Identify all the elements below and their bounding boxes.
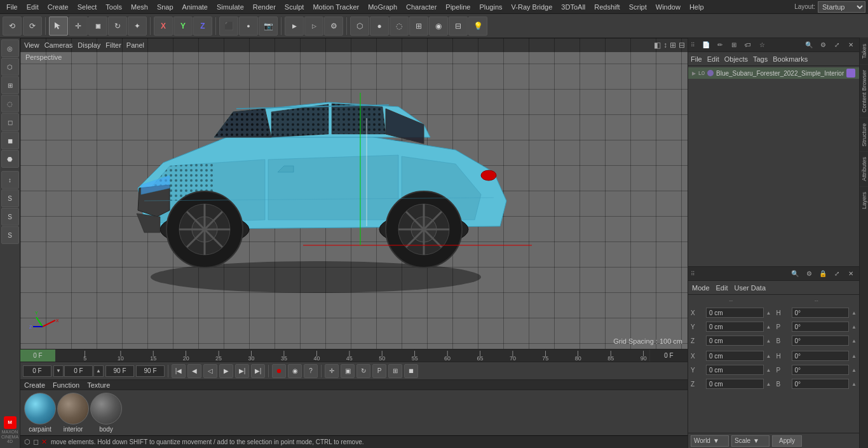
render-settings[interactable]: ⚙ [324,17,343,36]
left-tool-1[interactable]: ◎ [1,39,19,57]
left-tool-9[interactable]: S [1,189,19,207]
viewport-menu-display[interactable]: Display [78,41,100,49]
timeline-start-marker[interactable]: 0 F [20,350,55,362]
redo-button[interactable]: ⟳ [23,17,42,36]
go-to-end-btn[interactable]: ▶| [251,364,265,378]
record-btn[interactable]: ⏺ [272,364,286,378]
menu-window[interactable]: Window [652,2,684,12]
move-tool-pb[interactable]: ✛ [325,364,339,378]
attr-menu-edit[interactable]: Edit [716,284,728,292]
keyframe-btn[interactable]: ◉ [288,364,302,378]
attr-h-arr-up[interactable]: ▲ [851,310,857,316]
scale-dropdown[interactable]: Scale ▼ [731,435,770,447]
far-tab-attributes[interactable]: Attributes [860,151,868,186]
frame-step-down[interactable]: ▼ [53,365,64,377]
far-tab-takes[interactable]: Takes [860,38,868,64]
attr-search-icon[interactable]: 🔍 [789,268,801,280]
attr-menu-mode[interactable]: Mode [692,284,710,292]
far-tab-layers[interactable]: Layers [860,186,868,214]
view-sphere-btn[interactable]: ● [370,17,389,36]
left-tool-11[interactable]: S [1,226,19,244]
viewport-menu-view[interactable]: View [24,41,39,49]
attr-p2-arr[interactable]: ▲ [851,367,857,373]
viewport-container[interactable]: View Cameras Display Filter Panel ◧ ↕ ⊞ … [20,38,688,349]
undo-button[interactable]: ⟲ [3,17,22,36]
camera-tool[interactable]: 📷 [259,17,278,36]
obj-bookmarks-menu[interactable]: ☆ [756,39,768,51]
menu-tools[interactable]: Tools [102,2,126,12]
menu-select[interactable]: Select [74,2,101,12]
attr-z2-arr[interactable]: ▲ [766,381,771,387]
menu-snap[interactable]: Snap [153,2,177,12]
menu-pipeline[interactable]: Pipeline [442,2,474,12]
attr-h-field[interactable]: 0° [792,308,850,318]
render-region[interactable]: ▷ [304,17,323,36]
obj-objects-menu[interactable]: ⊞ [728,39,740,51]
view-lamp-btn[interactable]: 💡 [468,17,487,36]
end-frame-field[interactable]: 90 F [105,365,134,377]
left-tool-6[interactable]: ◼ [1,132,19,149]
obj-tags-menu[interactable]: 🏷 [742,39,754,51]
rotate-tool[interactable]: ↻ [108,17,127,36]
attr-y2-field[interactable]: 0 cm [706,365,764,375]
attr-p-arr-up[interactable]: ▲ [851,324,857,330]
attr-z-field[interactable]: 0 cm [706,336,764,346]
status-icon-1[interactable]: ⬡ [24,438,31,446]
apply-button[interactable]: Apply [772,435,802,447]
attr-p-field[interactable]: 0° [792,322,850,332]
attr-b2-field[interactable]: 0° [792,379,850,389]
axis-z[interactable]: Z [193,17,212,36]
obj-menu-file[interactable]: File [691,55,702,63]
menu-mograph[interactable]: MoGraph [364,2,401,12]
world-dropdown[interactable]: World ▼ [691,435,729,447]
obj-menu-tags[interactable]: Tags [753,55,768,63]
menu-edit[interactable]: Edit [23,2,43,12]
attr-config-icon[interactable]: ⚙ [803,268,815,280]
attr-x2-field[interactable]: 0 cm [706,351,764,361]
auto-key-pb[interactable]: ⏹ [404,364,418,378]
status-icon-3[interactable]: ✕ [41,438,47,446]
menu-mesh[interactable]: Mesh [127,2,152,12]
viewport-icon-3[interactable]: ⊞ [670,41,676,50]
attr-y-field[interactable]: 0 cm [706,322,764,332]
scale-tool-pb[interactable]: ▣ [341,364,355,378]
attr-b2-arr[interactable]: ▲ [851,381,857,387]
left-tool-7[interactable]: ⬣ [1,150,19,168]
layout-dropdown[interactable]: Startup Standard Animation [818,1,865,13]
material-carpaint[interactable]: carpaint [24,393,56,433]
current-frame-field[interactable]: 0 F [23,365,51,377]
far-tab-content-browser[interactable]: Content Browser [860,64,868,118]
start-frame-field[interactable]: 0 F [64,365,93,377]
menu-character[interactable]: Character [402,2,440,12]
go-to-start-btn[interactable]: |◀ [172,364,186,378]
attr-x-arr-up[interactable]: ▲ [766,310,771,316]
viewport-menu-filter[interactable]: Filter [105,41,121,49]
obj-config-icon[interactable]: ⚙ [817,39,829,51]
render-frame[interactable]: ▶ [285,17,304,36]
left-tool-3[interactable]: ⊞ [1,76,19,94]
viewport-icon-1[interactable]: ◧ [654,41,661,50]
axis-y[interactable]: Y [173,17,193,36]
menu-script[interactable]: Script [625,2,651,12]
attr-close-icon[interactable]: ✕ [845,268,857,280]
view-light-btn[interactable]: ◉ [429,17,448,36]
menu-file[interactable]: File [3,2,22,12]
select-tool[interactable] [49,17,68,36]
left-tool-10[interactable]: S [1,208,19,226]
attr-x2-arr[interactable]: ▲ [766,353,771,359]
attr-z-arr-up[interactable]: ▲ [766,338,771,344]
menu-render[interactable]: Render [249,2,280,12]
menu-redshift[interactable]: Redshift [590,2,623,12]
attr-y2-arr[interactable]: ▲ [766,367,771,373]
transform-tool[interactable]: ✦ [128,17,147,36]
attr-p2-field[interactable]: 0° [792,365,850,375]
view-cube-btn[interactable]: ⬡ [350,17,369,36]
next-frame-btn[interactable]: ▶| [235,364,249,378]
view-grid-btn[interactable]: ⊞ [409,17,428,36]
obj-search-icon[interactable]: 🔍 [803,39,815,51]
menu-vray[interactable]: V-Ray Bridge [508,2,557,12]
attr-x-field[interactable]: 0 cm [706,308,764,318]
far-tab-structure[interactable]: Structure [860,118,868,152]
menu-help[interactable]: Help [686,2,708,12]
mat-menu-texture[interactable]: Texture [87,381,110,389]
